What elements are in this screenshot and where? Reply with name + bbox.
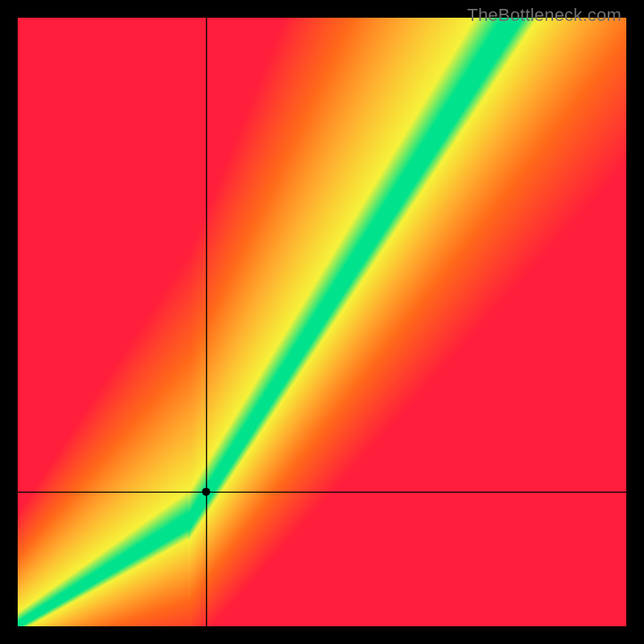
watermark-text: TheBottleneck.com (467, 5, 621, 26)
heatmap-canvas (18, 18, 626, 626)
chart-container: TheBottleneck.com (0, 0, 644, 644)
